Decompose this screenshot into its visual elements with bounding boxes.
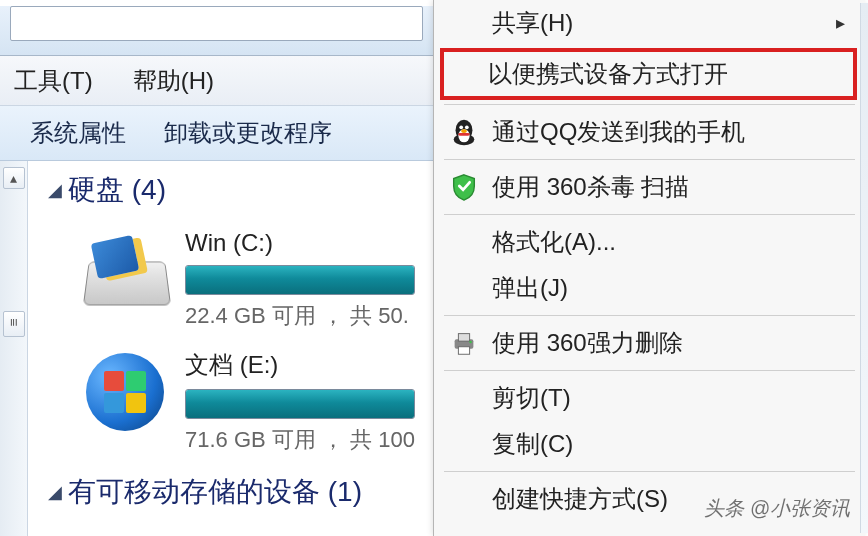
- scroll-up-icon[interactable]: ▴: [3, 167, 25, 189]
- menu-eject-label: 弹出(J): [492, 272, 568, 304]
- menu-cut-label: 剪切(T): [492, 382, 571, 414]
- section-removable-label: 有可移动存储的设备 (1): [68, 473, 362, 511]
- section-hard-drives[interactable]: ◢ 硬盘 (4): [48, 171, 433, 209]
- left-scrollbar[interactable]: ▴ ≡: [0, 161, 28, 536]
- menu-format-label: 格式化(A)...: [492, 226, 616, 258]
- menu-format[interactable]: 格式化(A)...: [434, 219, 865, 265]
- drive-item[interactable]: 文档 (E:) 71.6 GB 可用 ， 共 100: [48, 349, 433, 455]
- menu-create-shortcut-label: 创建快捷方式(S): [492, 483, 668, 515]
- menu-copy-label: 复制(C): [492, 428, 573, 460]
- menu-create-shortcut[interactable]: 创建快捷方式(S): [434, 476, 865, 522]
- scroll-handle-icon[interactable]: ≡: [3, 311, 25, 337]
- command-bar: 系统属性 卸载或更改程序: [0, 106, 433, 161]
- section-removable[interactable]: ◢ 有可移动存储的设备 (1): [48, 473, 433, 511]
- collapse-arrow-icon: ◢: [48, 481, 62, 503]
- collapse-arrow-icon: ◢: [48, 179, 62, 201]
- drive-name: Win (C:): [185, 229, 433, 257]
- svg-rect-8: [458, 334, 469, 342]
- menu-share-label: 共享(H): [492, 7, 573, 39]
- menu-360-antivirus-scan[interactable]: 使用 360杀毒 扫描: [434, 164, 865, 210]
- menu-share[interactable]: 共享(H): [434, 0, 865, 46]
- menu-360-scan-label: 使用 360杀毒 扫描: [492, 171, 689, 203]
- capacity-bar: [185, 265, 415, 295]
- toolbar-uninstall-change[interactable]: 卸载或更改程序: [164, 117, 332, 149]
- hdd-icon: [78, 229, 173, 309]
- svg-point-3: [459, 125, 463, 129]
- drive-name: 文档 (E:): [185, 349, 433, 381]
- menu-360-force-delete-label: 使用 360强力删除: [492, 327, 683, 359]
- menu-open-as-portable-device[interactable]: 以便携式设备方式打开: [440, 48, 857, 100]
- explorer-window: 工具(T) 帮助(H) 系统属性 卸载或更改程序 ▴ ≡ ◢ 硬盘 (4) Wi…: [0, 0, 433, 536]
- right-edge-scrollbar[interactable]: [860, 3, 868, 533]
- menu-help[interactable]: 帮助(H): [127, 61, 220, 101]
- svg-rect-9: [458, 347, 469, 355]
- drive-info: 文档 (E:) 71.6 GB 可用 ， 共 100: [185, 349, 433, 455]
- window-titlebar: [0, 6, 433, 56]
- menu-separator: [444, 471, 855, 472]
- printer-icon: [448, 327, 480, 359]
- svg-point-4: [465, 125, 469, 129]
- context-menu: 共享(H) 以便携式设备方式打开 通过QQ发送到我的手机 使用 360杀毒 扫描…: [433, 0, 865, 536]
- menu-separator: [444, 370, 855, 371]
- menu-copy[interactable]: 复制(C): [434, 421, 865, 467]
- windows-logo-icon: [78, 349, 173, 429]
- address-bar[interactable]: [10, 6, 423, 41]
- svg-rect-6: [458, 133, 469, 136]
- drive-info: Win (C:) 22.4 GB 可用 ， 共 50.: [185, 229, 433, 331]
- capacity-bar: [185, 389, 415, 419]
- menu-separator: [444, 159, 855, 160]
- svg-point-10: [469, 341, 471, 343]
- menu-send-via-qq[interactable]: 通过QQ发送到我的手机: [434, 109, 865, 155]
- section-hard-drives-label: 硬盘 (4): [68, 171, 166, 209]
- menu-cut[interactable]: 剪切(T): [434, 375, 865, 421]
- menu-360-force-delete[interactable]: 使用 360强力删除: [434, 320, 865, 366]
- capacity-fill: [186, 266, 414, 294]
- menu-eject[interactable]: 弹出(J): [434, 265, 865, 311]
- toolbar-system-properties[interactable]: 系统属性: [30, 117, 126, 149]
- menu-separator: [444, 104, 855, 105]
- capacity-text: 71.6 GB 可用 ， 共 100: [185, 425, 433, 455]
- shield-icon: [448, 171, 480, 203]
- menu-tools[interactable]: 工具(T): [8, 61, 99, 101]
- drive-item[interactable]: Win (C:) 22.4 GB 可用 ， 共 50.: [48, 229, 433, 331]
- content-area: ▴ ≡ ◢ 硬盘 (4) Win (C:) 22.4 GB 可用 ， 共 50.: [0, 161, 433, 536]
- menu-bar: 工具(T) 帮助(H): [0, 56, 433, 106]
- svg-point-5: [461, 129, 467, 133]
- menu-send-qq-label: 通过QQ发送到我的手机: [492, 116, 745, 148]
- capacity-text: 22.4 GB 可用 ， 共 50.: [185, 301, 433, 331]
- menu-open-portable-label: 以便携式设备方式打开: [488, 58, 728, 90]
- menu-separator: [444, 214, 855, 215]
- capacity-fill: [186, 390, 414, 418]
- menu-separator: [444, 315, 855, 316]
- qq-penguin-icon: [448, 116, 480, 148]
- drives-pane: ◢ 硬盘 (4) Win (C:) 22.4 GB 可用 ， 共 50.: [28, 161, 433, 536]
